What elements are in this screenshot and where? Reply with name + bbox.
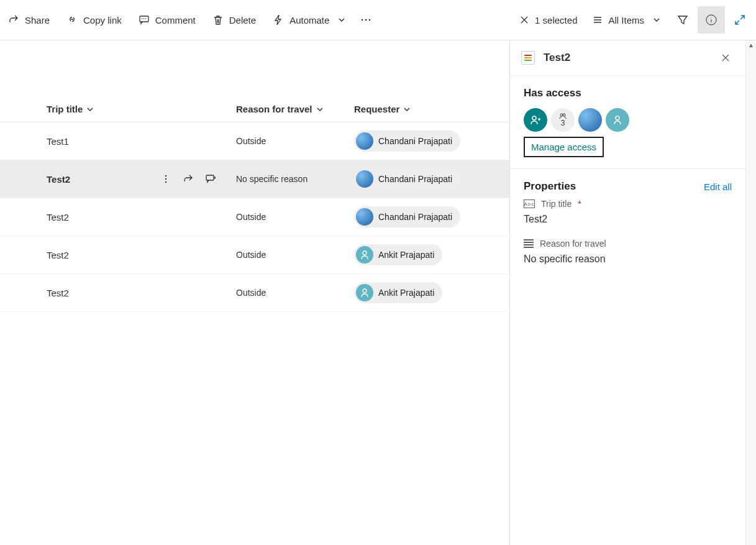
scroll-up-icon: ▲ [746,40,756,50]
svg-point-13 [563,114,565,116]
svg-point-5 [165,175,166,176]
has-access-section: Has access 3 Manage access [510,76,745,169]
person-chip[interactable]: Ankit Prajapati [354,282,442,303]
avatar [356,208,373,226]
column-headers: Trip title Reason for travel Requester [0,96,509,122]
person-name: Chandani Prajapati [378,174,452,184]
table-row[interactable]: Test2No specific reasonChandani Prajapat… [0,160,509,198]
link-icon [66,14,78,26]
comment-button[interactable]: Comment [130,10,203,30]
avatar [356,132,373,150]
comment-label: Comment [155,15,196,25]
grant-access-button[interactable] [524,108,547,132]
chevron-down-icon [653,16,660,24]
svg-point-7 [165,181,166,183]
chevron-down-icon [316,106,324,113]
edit-all-link[interactable]: Edit all [704,181,732,192]
clear-selection-icon [519,14,530,25]
automate-label: Automate [289,15,329,25]
trash-icon [212,14,224,26]
copylink-button[interactable]: Copy link [58,10,129,30]
delete-button[interactable]: Delete [204,10,263,30]
row-reason: Outside [236,212,354,222]
access-group-count[interactable]: 3 [551,108,575,132]
avatar [356,246,373,263]
field-value-triptitle[interactable]: Test2 [524,214,732,225]
person-chip[interactable]: Chandani Prajapati [354,131,460,152]
field-label-reason: Reason for travel [524,239,732,249]
svg-point-3 [369,19,371,21]
row-title: Test2 [47,250,69,260]
svg-point-10 [363,289,367,293]
required-indicator: * [578,199,581,209]
person-chip[interactable]: Chandani Prajapati [354,206,460,227]
svg-point-11 [532,116,536,120]
person-chip[interactable]: Chandani Prajapati [354,168,460,190]
row-title: Test2 [47,288,69,298]
svg-point-9 [363,251,367,255]
svg-point-2 [365,19,367,21]
chevron-down-icon [403,106,411,113]
chevron-down-icon [338,16,345,24]
person-chip[interactable]: Ankit Prajapati [354,244,442,265]
row-reason: Outside [236,250,354,260]
chevron-down-icon [86,106,94,113]
row-title: Test2 [47,212,69,222]
automate-button[interactable]: Automate [265,10,353,30]
column-header-requester[interactable]: Requester [354,104,509,114]
table-row[interactable]: Test1OutsideChandani Prajapati [0,122,509,160]
view-selector[interactable]: All Items [585,10,668,30]
selection-count-label: 1 selected [535,15,577,25]
selection-count[interactable]: 1 selected [512,14,583,25]
list-view-icon [592,14,603,25]
access-avatar[interactable] [578,108,602,132]
column-header-title[interactable]: Trip title [0,104,236,114]
info-pane-button[interactable] [698,6,725,34]
ellipsis-icon [360,14,371,25]
view-label: All Items [608,15,644,25]
svg-point-14 [616,116,619,120]
automate-icon [272,14,285,26]
manage-access-link[interactable]: Manage access [531,142,596,152]
avatar [356,284,373,301]
avatar [356,170,373,188]
row-more-button[interactable] [159,172,173,186]
filter-icon [676,14,689,26]
row-reason: Outside [236,136,354,146]
svg-point-1 [362,19,363,21]
table-row[interactable]: Test2OutsideAnkit Prajapati [0,236,509,274]
details-pane: Test2 Has access 3 [509,40,745,545]
row-comment-button[interactable] [204,172,217,186]
filter-button[interactable] [669,6,696,34]
copylink-label: Copy link [83,15,122,25]
table-row[interactable]: Test2OutsideChandani Prajapati [0,198,509,236]
person-icon [612,114,623,126]
row-share-button[interactable] [181,172,195,186]
has-access-header: Has access [524,87,732,99]
svg-point-12 [560,114,563,116]
close-panel-button[interactable] [717,49,734,66]
person-add-icon [529,114,542,126]
person-name: Ankit Prajapati [378,288,434,298]
table-row[interactable]: Test2OutsideAnkit Prajapati [0,274,509,312]
scrollbar-track[interactable]: ▲ [745,40,756,545]
panel-title: Test2 [544,52,570,64]
row-title: Test2 [47,174,159,185]
field-value-reason[interactable]: No specific reason [524,254,732,265]
more-actions-button[interactable] [354,10,378,30]
svg-rect-8 [206,175,214,180]
info-icon [705,14,717,26]
svg-point-6 [165,178,166,180]
multiline-icon [524,239,534,248]
column-header-reason[interactable]: Reason for travel [236,104,354,114]
access-avatar[interactable] [606,108,629,132]
properties-header: Properties [524,180,704,193]
expand-button[interactable] [726,6,754,34]
share-button[interactable]: Share [0,10,57,30]
share-icon [7,14,20,26]
share-label: Share [25,15,50,25]
row-reason: Outside [236,288,354,298]
command-bar: Share Copy link Comment Delete Automate [0,0,756,40]
close-icon [721,53,731,63]
person-name: Ankit Prajapati [378,250,434,260]
